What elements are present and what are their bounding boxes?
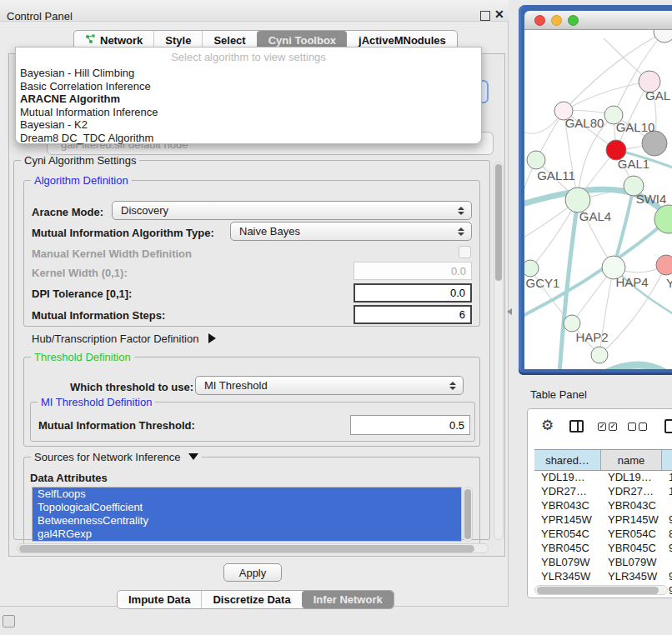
bottom-tab-infer-network[interactable]: Infer Network bbox=[302, 591, 394, 608]
table-row[interactable]: YBL079WYBL079W bbox=[534, 555, 672, 569]
table-cell: 13 bbox=[662, 470, 672, 484]
network-node-label: GAL4 bbox=[579, 209, 611, 223]
table-column-header-shared[interactable]: shared… bbox=[534, 450, 601, 470]
table-cell: YDL19… bbox=[601, 470, 662, 484]
algorithm-dropdown-prompt: Select algorithm to view settings bbox=[16, 48, 481, 67]
network-edge bbox=[564, 82, 649, 111]
bottom-tab-impute-data[interactable]: Impute Data bbox=[118, 591, 201, 608]
table-row[interactable]: YER054CYER054C8. bbox=[534, 527, 672, 541]
float-window-icon[interactable] bbox=[480, 11, 490, 21]
tab-label: Style bbox=[165, 34, 191, 47]
settings-vertical-scrollbar-thumb[interactable] bbox=[495, 164, 502, 281]
sources-group-title[interactable]: Sources for Network Inference bbox=[31, 451, 202, 463]
network-node-label: GCY1 bbox=[526, 276, 560, 290]
close-window-icon[interactable]: ✕ bbox=[494, 8, 504, 21]
table-cell: 9. bbox=[662, 569, 672, 583]
mi-threshold-label: Mutual Information Threshold: bbox=[38, 419, 195, 432]
hub-transcription-section-toggle[interactable]: Hub/Transcription Factor Definition bbox=[32, 332, 216, 345]
table-row[interactable]: YBR043CYBR043C bbox=[534, 498, 672, 512]
mi-algorithm-type-value: Naive Bayes bbox=[239, 225, 300, 238]
bottom-tab-discretize-data[interactable]: Discretize Data bbox=[201, 591, 301, 608]
table-row[interactable]: YLR345WYLR345W9. bbox=[534, 569, 672, 583]
algorithm-option-dream8-dc-tdc-algorithm[interactable]: Dream8 DC_TDC Algorithm bbox=[16, 132, 481, 145]
gear-icon[interactable]: ⚙ bbox=[541, 418, 554, 432]
network-node-label: HAP4 bbox=[615, 275, 648, 289]
network-node[interactable] bbox=[642, 131, 667, 156]
uncheck-all-icon[interactable] bbox=[628, 422, 647, 431]
table-cell: YER054C bbox=[601, 527, 662, 541]
table-horizontal-scrollbar-thumb[interactable] bbox=[537, 587, 659, 594]
algorithm-option-aracne-algorithm[interactable]: ARACNE Algorithm bbox=[16, 92, 481, 106]
sources-title-text: Sources for Network Inference bbox=[34, 451, 181, 463]
settings-vertical-scrollbar[interactable] bbox=[494, 162, 504, 540]
manual-kernel-width-label: Manual Kernel Width Definition bbox=[32, 248, 192, 260]
table-column-header-a[interactable]: A bbox=[662, 450, 672, 470]
network-node[interactable] bbox=[564, 315, 580, 332]
network-node-label: GAL bbox=[645, 88, 670, 102]
dpi-tolerance-field[interactable] bbox=[354, 283, 472, 302]
settings-horizontal-scrollbar-thumb[interactable] bbox=[19, 545, 474, 552]
network-node-label: GAL80 bbox=[565, 116, 604, 130]
network-window-titlebar[interactable] bbox=[524, 11, 672, 30]
which-threshold-combobox[interactable]: MI Threshold bbox=[195, 376, 464, 395]
table-cell: YBR045C bbox=[601, 541, 662, 555]
table-row[interactable]: YDR27…YDR27…12 bbox=[534, 484, 672, 498]
settings-horizontal-scrollbar[interactable] bbox=[17, 543, 489, 553]
network-node-label: GAL10 bbox=[616, 120, 655, 134]
mi-steps-field[interactable] bbox=[354, 305, 472, 324]
table-cell: YLR345W bbox=[534, 569, 601, 583]
control-panel-titlebar bbox=[0, 0, 509, 22]
network-node-label: Y bbox=[666, 276, 672, 290]
table-cell: YDL19… bbox=[534, 470, 601, 484]
table-horizontal-scrollbar[interactable] bbox=[534, 585, 668, 595]
table-column-header-name[interactable]: name bbox=[601, 450, 662, 470]
table-row[interactable]: YPR145WYPR145W9. bbox=[534, 512, 672, 527]
algorithm-option-basic-correlation-inference[interactable]: Basic Correlation Inference bbox=[16, 80, 481, 93]
network-node[interactable] bbox=[656, 255, 672, 275]
apply-button[interactable]: Apply bbox=[223, 563, 282, 582]
attribute-item-topologicalcoefficient[interactable]: TopologicalCoefficient bbox=[33, 501, 461, 514]
data-attributes-scrollbar-thumb[interactable] bbox=[464, 489, 471, 539]
mi-algorithm-type-combobox[interactable]: Naive Bayes bbox=[230, 222, 472, 241]
bottom-tabs: Impute DataDiscretize DataInfer Network bbox=[117, 590, 394, 609]
mac-minimize-icon[interactable] bbox=[551, 15, 562, 26]
tab-label: Network bbox=[100, 34, 143, 47]
attribute-item-selfloops[interactable]: SelfLoops bbox=[33, 488, 461, 501]
data-attributes-scrollbar[interactable] bbox=[463, 487, 473, 542]
bottom-tab-label: Discretize Data bbox=[213, 593, 290, 606]
expanded-arrow-icon bbox=[188, 453, 198, 460]
minimized-panel-icon[interactable] bbox=[3, 615, 15, 628]
network-node[interactable] bbox=[654, 30, 672, 42]
columns-icon[interactable] bbox=[569, 420, 584, 432]
splitter-collapse-icon[interactable] bbox=[507, 308, 512, 315]
table-cell: YPR145W bbox=[534, 512, 601, 527]
network-node[interactable] bbox=[524, 260, 539, 277]
attribute-item-gal4rgexp[interactable]: gal4RGexp bbox=[33, 528, 461, 541]
network-tab-icon bbox=[85, 33, 96, 47]
check-all-icon[interactable]: ✓✓ bbox=[598, 422, 617, 431]
algorithm-option-bayesian-hill-climbing[interactable]: Bayesian - Hill Climbing bbox=[16, 67, 481, 80]
table-row[interactable]: YDL19…YDL19…13 bbox=[534, 470, 672, 484]
network-node[interactable] bbox=[591, 347, 608, 363]
mac-close-icon[interactable] bbox=[534, 15, 545, 26]
document-icon[interactable] bbox=[664, 419, 672, 433]
tab-label: jActiveMNodules bbox=[359, 34, 446, 47]
bottom-tab-label: Impute Data bbox=[128, 593, 190, 606]
algorithm-option-mutual-information-inference[interactable]: Mutual Information Inference bbox=[16, 106, 481, 119]
mac-zoom-icon[interactable] bbox=[568, 15, 579, 26]
mi-threshold-field[interactable] bbox=[350, 415, 470, 435]
network-canvas[interactable]: GALGAL80GAL10GAL1GAL11SWI4GAL4GCY1HAP4YH… bbox=[524, 30, 672, 369]
attribute-item-betweennesscentrality[interactable]: BetweennessCentrality bbox=[33, 514, 461, 528]
table-body: YDL19…YDL19…13YDR27…YDR27…12YBR043CYBR04… bbox=[534, 470, 672, 595]
data-attributes-list[interactable]: SelfLoopsTopologicalCoefficientBetweenne… bbox=[32, 487, 462, 542]
mi-algorithm-type-label: Mutual Information Algorithm Type: bbox=[32, 227, 214, 239]
network-window-inner: GALGAL80GAL10GAL1GAL11SWI4GAL4GCY1HAP4YH… bbox=[519, 5, 672, 375]
network-node[interactable] bbox=[527, 151, 545, 169]
network-node-label: GAL1 bbox=[618, 157, 649, 171]
data-attributes-label: Data Attributes bbox=[30, 472, 108, 484]
algorithm-option-bayesian-k2[interactable]: Bayesian - K2 bbox=[16, 118, 481, 132]
table-row[interactable]: YBR045CYBR045C9. bbox=[534, 541, 672, 555]
table-cell: YPR145W bbox=[601, 512, 662, 527]
table-cell: YBR043C bbox=[534, 498, 601, 512]
aracne-mode-combobox[interactable]: Discovery bbox=[112, 201, 472, 220]
